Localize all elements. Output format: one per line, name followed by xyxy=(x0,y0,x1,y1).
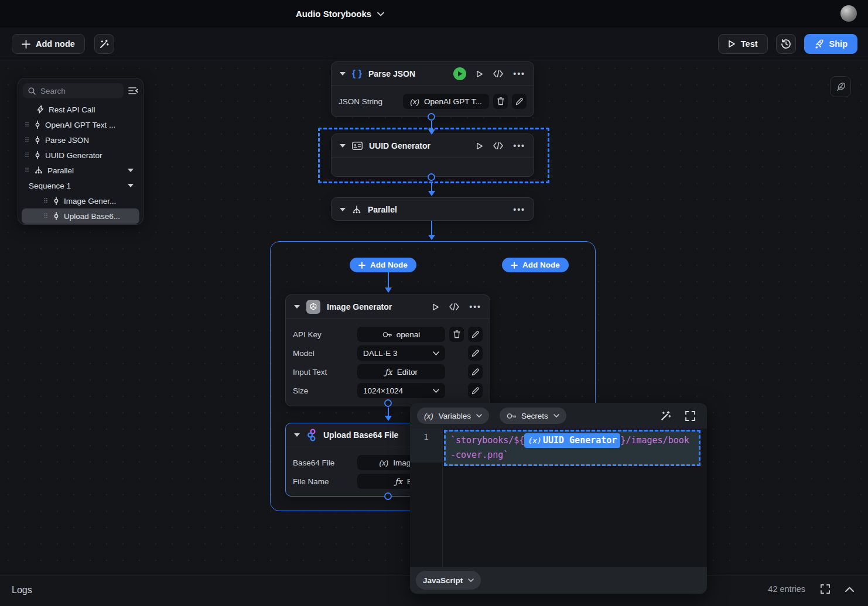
variables-dropdown[interactable]: (x) Variables xyxy=(417,408,489,424)
play-icon[interactable] xyxy=(476,70,483,78)
node-commit-icon xyxy=(53,197,59,205)
secrets-dropdown[interactable]: Secrets xyxy=(500,408,566,424)
sidebar-item-parse-json[interactable]: ⠿ Parse JSON xyxy=(22,132,139,148)
collapse-chevron-icon[interactable] xyxy=(294,433,300,437)
sidebar-item-uuid-generator[interactable]: ⠿ UUID Generator xyxy=(22,148,139,163)
node-parse-json[interactable]: { } Parse JSON ••• JSON St xyxy=(331,61,534,117)
drag-handle-icon[interactable]: ⠿ xyxy=(24,152,30,159)
fullscreen-icon[interactable] xyxy=(685,411,695,421)
drag-handle-icon[interactable]: ⠿ xyxy=(24,167,30,174)
ship-label: Ship xyxy=(829,39,848,49)
input-text-editor-chip[interactable]: ƒx Editor xyxy=(357,364,445,379)
code-icon[interactable] xyxy=(493,70,503,77)
code-editor[interactable]: 1 `storybooks/${(x)UUID Generator}/image… xyxy=(410,429,707,567)
chevron-down-icon xyxy=(553,414,559,417)
drag-handle-icon[interactable]: ⠿ xyxy=(24,136,30,144)
more-icon[interactable]: ••• xyxy=(469,302,481,311)
magic-wand-icon xyxy=(99,39,109,49)
node-commit-icon xyxy=(53,212,59,220)
drag-handle-icon[interactable]: ⠿ xyxy=(24,121,30,129)
feather-icon xyxy=(835,81,846,93)
history-button[interactable] xyxy=(776,34,796,54)
json-string-value-chip[interactable]: (x) OpenAI GPT T... xyxy=(403,94,489,109)
history-icon xyxy=(781,39,791,49)
editor-toolbar: (x) Variables Secrets xyxy=(410,403,707,429)
collapse-panel-icon[interactable] xyxy=(128,87,138,95)
uuid-generator-variable-chip[interactable]: (x)UUID Generator xyxy=(524,433,620,448)
output-port[interactable] xyxy=(384,492,392,500)
more-icon[interactable]: ••• xyxy=(513,205,525,214)
edit-value-button[interactable] xyxy=(468,345,483,361)
output-port[interactable] xyxy=(428,113,435,121)
ai-wand-button[interactable] xyxy=(94,34,114,54)
edit-value-button[interactable] xyxy=(512,94,527,109)
expression-editor-panel: (x) Variables Secrets xyxy=(410,403,707,594)
plus-icon xyxy=(511,262,518,269)
magic-wand-icon[interactable] xyxy=(660,410,671,422)
search-input[interactable] xyxy=(40,87,105,95)
edit-value-button[interactable] xyxy=(468,364,483,379)
top-bar: Audio Storybooks xyxy=(0,0,868,28)
chevron-up-icon[interactable] xyxy=(845,587,854,592)
search-box[interactable] xyxy=(23,83,124,98)
avatar[interactable] xyxy=(840,5,857,22)
fx-icon: ƒx xyxy=(395,477,402,486)
node-image-generator[interactable]: Image Generator ••• API Key xyxy=(285,295,490,406)
delete-value-button[interactable] xyxy=(493,94,508,109)
sidebar-item-image-generator[interactable]: ⠿ Image Gener... xyxy=(22,193,139,208)
chevron-down-icon[interactable] xyxy=(128,184,134,187)
more-icon[interactable]: ••• xyxy=(513,69,525,78)
code-expression[interactable]: `storybooks/${(x)UUID Generator}/images/… xyxy=(444,430,700,466)
drag-handle-icon[interactable]: ⠿ xyxy=(43,213,49,220)
variable-x-icon: (x) xyxy=(410,97,419,106)
fullscreen-icon[interactable] xyxy=(821,584,830,594)
line-number-gutter: 1 xyxy=(410,429,443,567)
collapse-chevron-icon[interactable] xyxy=(340,208,346,211)
drag-handle-icon[interactable]: ⠿ xyxy=(43,197,49,205)
model-select[interactable]: DALL·E 3 xyxy=(357,345,445,361)
edit-value-button[interactable] xyxy=(468,327,483,342)
code-icon[interactable] xyxy=(449,303,459,310)
node-commit-icon xyxy=(35,121,40,129)
ship-button[interactable]: Ship xyxy=(804,34,857,54)
add-node-branch-left-button[interactable]: Add Node xyxy=(350,258,416,272)
annotation-button[interactable] xyxy=(830,76,851,97)
test-label: Test xyxy=(741,39,758,49)
node-commit-icon xyxy=(35,151,40,159)
output-port[interactable] xyxy=(384,399,392,407)
sidebar-item-upload-base64[interactable]: ⠿ Upload Base6... xyxy=(22,208,139,224)
play-icon[interactable] xyxy=(432,303,439,311)
openai-logo-icon xyxy=(306,300,320,314)
sidebar-item-rest-api-call[interactable]: Rest API Call xyxy=(22,102,139,117)
fx-icon: ƒx xyxy=(385,367,392,376)
workflow-title-menu[interactable]: Audio Storybooks xyxy=(296,0,384,28)
entries-count: 42 entries xyxy=(768,584,805,594)
rerun-button[interactable] xyxy=(453,67,466,80)
sidebar-item-openai-gpt-text[interactable]: ⠿ OpenAI GPT Text ... xyxy=(22,117,139,132)
language-dropdown[interactable]: JavaScript xyxy=(416,571,481,590)
collapse-chevron-icon[interactable] xyxy=(294,305,300,309)
key-icon xyxy=(382,331,392,338)
api-key-chip[interactable]: openai xyxy=(357,327,445,342)
add-node-label: Add node xyxy=(36,39,75,49)
variable-x-icon: (x) xyxy=(424,412,433,420)
node-list-panel: Rest API Call ⠿ OpenAI GPT Text ... ⠿ Pa… xyxy=(18,78,143,225)
node-parallel[interactable]: Parallel ••• xyxy=(331,197,534,221)
sidebar-item-parallel[interactable]: ⠿ Parallel xyxy=(22,163,139,178)
add-node-branch-right-button[interactable]: Add Node xyxy=(502,258,569,272)
delete-value-button[interactable] xyxy=(449,327,464,342)
chevron-down-icon[interactable] xyxy=(128,169,134,172)
variable-x-icon: (x) xyxy=(528,433,541,448)
output-port[interactable] xyxy=(428,173,435,181)
edit-value-button[interactable] xyxy=(468,383,483,398)
size-select[interactable]: 1024×1024 xyxy=(357,383,445,398)
zap-icon xyxy=(37,105,44,114)
page-title: Audio Storybooks xyxy=(296,9,371,19)
chevron-down-icon xyxy=(377,12,384,16)
collapse-chevron-icon[interactable] xyxy=(340,72,346,76)
sidebar-item-sequence-1[interactable]: Sequence 1 xyxy=(22,178,139,193)
search-icon xyxy=(28,87,36,95)
add-node-button[interactable]: Add node xyxy=(12,34,85,54)
app: Audio Storybooks Add node xyxy=(0,0,868,606)
test-button[interactable]: Test xyxy=(718,34,768,54)
